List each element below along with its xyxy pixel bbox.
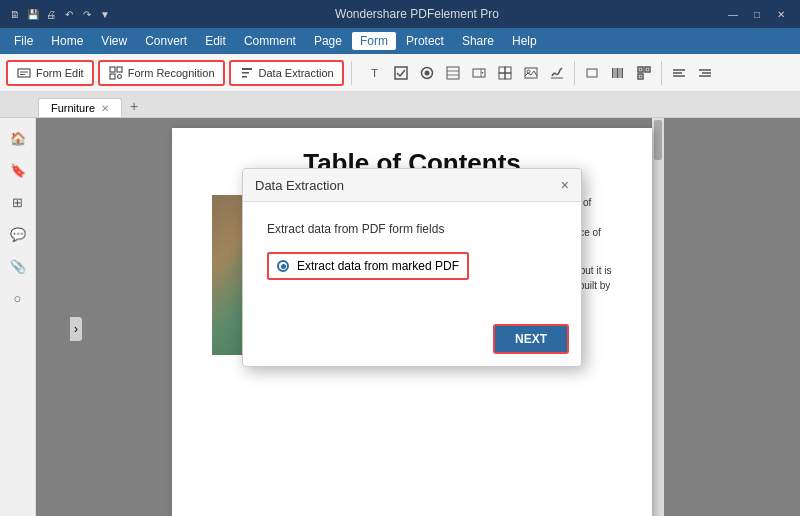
menu-home[interactable]: Home <box>43 32 91 50</box>
document-area: Table of Contents Vancouver morning in t… <box>36 118 800 516</box>
svg-point-20 <box>527 70 530 73</box>
sign-tool[interactable] <box>545 61 569 85</box>
radio-tool[interactable] <box>415 61 439 85</box>
data-extraction-dialog: Data Extraction × Extract data from PDF … <box>242 168 582 367</box>
radio-dot <box>281 264 286 269</box>
dialog-body: Extract data from PDF form fields Extrac… <box>243 202 581 316</box>
svg-rect-29 <box>639 68 641 70</box>
window-controls: — □ ✕ <box>722 3 792 25</box>
next-button[interactable]: NEXT <box>493 324 569 354</box>
menu-page[interactable]: Page <box>306 32 350 50</box>
form-edit-button[interactable]: Form Edit <box>6 60 94 86</box>
svg-rect-31 <box>646 68 648 70</box>
document-page: Table of Contents Vancouver morning in t… <box>172 128 652 516</box>
radio-button[interactable] <box>277 260 289 272</box>
qr-tool[interactable] <box>632 61 656 85</box>
vertical-scrollbar[interactable] <box>652 118 664 516</box>
combo-tool[interactable] <box>467 61 491 85</box>
search-sidebar-icon[interactable]: ○ <box>6 286 30 310</box>
title-bar-left: 🗎 💾 🖨 ↶ ↷ ▼ <box>8 7 112 21</box>
barcode-tool[interactable] <box>606 61 630 85</box>
extract-marked-label: Extract data from marked PDF <box>297 259 459 273</box>
menu-protect[interactable]: Protect <box>398 32 452 50</box>
undo-icon[interactable]: ↶ <box>62 7 76 21</box>
dialog-header: Data Extraction × <box>243 169 581 202</box>
toolbar: Form Edit Form Recognition Data Extracti… <box>0 54 800 92</box>
toolbar-separator-1 <box>351 61 352 85</box>
print-icon[interactable]: 🖨 <box>44 7 58 21</box>
app-title: Wondershare PDFelement Pro <box>335 7 499 21</box>
svg-rect-16 <box>505 67 511 73</box>
left-sidebar: 🏠 🔖 ⊞ 💬 📎 ○ <box>0 118 36 516</box>
align-right-tool[interactable] <box>693 61 717 85</box>
checkbox-tool[interactable] <box>389 61 413 85</box>
close-button[interactable]: ✕ <box>770 3 792 25</box>
file-icon[interactable]: 🗎 <box>8 7 22 21</box>
svg-rect-18 <box>505 73 511 79</box>
home-sidebar-icon[interactable]: 🏠 <box>6 126 30 150</box>
toolbar-separator-2 <box>574 61 575 85</box>
form-recognition-button[interactable]: Form Recognition <box>98 60 225 86</box>
tab-furniture[interactable]: Furniture ✕ <box>38 98 122 117</box>
svg-point-6 <box>117 74 121 78</box>
toolbar-separator-3 <box>661 61 662 85</box>
menu-form[interactable]: Form <box>352 32 396 50</box>
scrollbar-thumb[interactable] <box>654 120 662 160</box>
tab-close-button[interactable]: ✕ <box>101 103 109 114</box>
svg-rect-5 <box>110 74 115 79</box>
highlight-tool[interactable] <box>580 61 604 85</box>
maximize-button[interactable]: □ <box>746 3 768 25</box>
comment-sidebar-icon[interactable]: 💬 <box>6 222 30 246</box>
form-recognition-icon <box>108 65 124 81</box>
menu-bar: File Home View Convert Edit Comment Page… <box>0 28 800 54</box>
dialog-title: Data Extraction <box>255 178 344 193</box>
form-tools-group: T <box>363 61 717 85</box>
menu-help[interactable]: Help <box>504 32 545 50</box>
svg-rect-17 <box>499 73 505 79</box>
menu-edit[interactable]: Edit <box>197 32 234 50</box>
dialog-overlay: Data Extraction × Extract data from PDF … <box>172 128 652 516</box>
svg-rect-24 <box>614 68 615 78</box>
form-edit-icon <box>16 65 32 81</box>
tab-label: Furniture <box>51 102 95 114</box>
bookmark-icon[interactable]: 🔖 <box>6 158 30 182</box>
data-extraction-icon <box>239 65 255 81</box>
save-icon[interactable]: 💾 <box>26 7 40 21</box>
image-tool[interactable] <box>519 61 543 85</box>
svg-rect-22 <box>587 69 597 77</box>
align-left-tool[interactable] <box>667 61 691 85</box>
svg-rect-15 <box>499 67 505 73</box>
menu-file[interactable]: File <box>6 32 41 50</box>
thumbnail-icon[interactable]: ⊞ <box>6 190 30 214</box>
extract-marked-option[interactable]: Extract data from marked PDF <box>267 252 469 280</box>
svg-rect-0 <box>18 69 30 77</box>
list-tool[interactable] <box>441 61 465 85</box>
attachment-icon[interactable]: 📎 <box>6 254 30 278</box>
menu-convert[interactable]: Convert <box>137 32 195 50</box>
svg-rect-10 <box>447 67 459 79</box>
menu-share[interactable]: Share <box>454 32 502 50</box>
svg-rect-4 <box>117 67 122 72</box>
data-extraction-button[interactable]: Data Extraction <box>229 60 344 86</box>
svg-rect-26 <box>619 68 620 78</box>
field-tool[interactable] <box>493 61 517 85</box>
menu-view[interactable]: View <box>93 32 135 50</box>
dialog-footer: NEXT <box>243 316 581 366</box>
dialog-close-button[interactable]: × <box>561 177 569 193</box>
redo-icon[interactable]: ↷ <box>80 7 94 21</box>
svg-rect-13 <box>473 69 485 77</box>
title-bar: 🗎 💾 🖨 ↶ ↷ ▼ Wondershare PDFelement Pro —… <box>0 0 800 28</box>
text-tool[interactable]: T <box>363 61 387 85</box>
main-layout: 🏠 🔖 ⊞ 💬 📎 ○ › Table of Contents Vancouve… <box>0 118 800 516</box>
menu-comment[interactable]: Comment <box>236 32 304 50</box>
svg-rect-27 <box>621 68 623 78</box>
new-tab-button[interactable]: + <box>122 95 146 117</box>
sidebar-collapse-arrow[interactable]: › <box>70 317 82 341</box>
dialog-label: Extract data from PDF form fields <box>267 222 557 236</box>
quick-access-icons: 🗎 💾 🖨 ↶ ↷ ▼ <box>8 7 112 21</box>
menu-icon[interactable]: ▼ <box>98 7 112 21</box>
svg-rect-25 <box>616 68 618 78</box>
svg-rect-33 <box>639 75 641 77</box>
minimize-button[interactable]: — <box>722 3 744 25</box>
svg-rect-7 <box>395 67 407 79</box>
